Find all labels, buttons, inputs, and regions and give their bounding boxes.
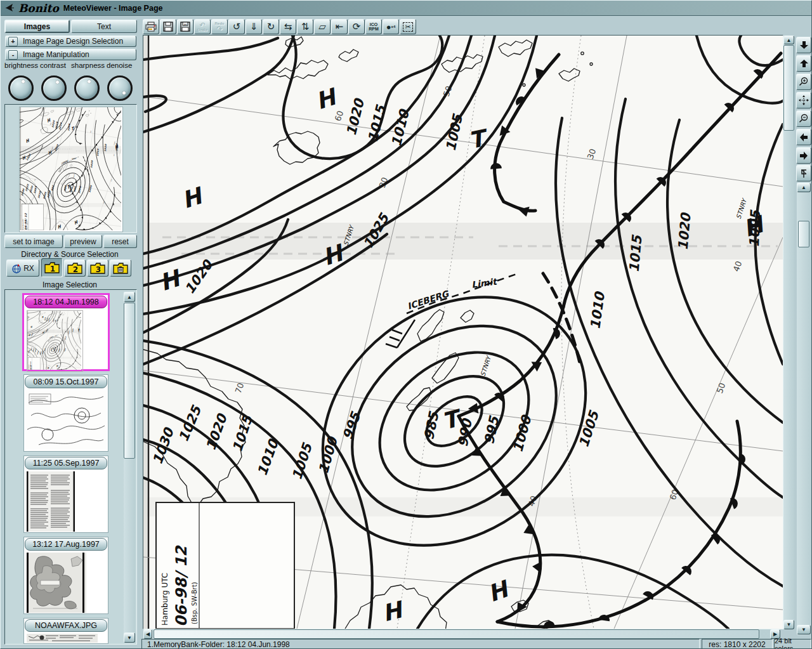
list-item-header[interactable]: NOAAWFAX.JPG [25,619,107,632]
map-vertical-scrollbar[interactable]: ▲ ▼ [783,36,794,629]
undo-button[interactable]: ↶ Undo [194,19,211,34]
svg-text:3: 3 [96,265,101,274]
list-item[interactable]: 08:09 15.Oct.1997 [23,374,108,452]
list-item-header[interactable]: 18:12 04.Jun.1998 [25,296,107,308]
globe-icon [11,263,22,273]
map-scroll-down-button[interactable]: ▼ [783,620,794,629]
list-thumbnail[interactable] [27,553,86,613]
up-arrow-icon: ▲ [801,185,806,190]
move-cross-icon [799,95,809,105]
slider-up-button[interactable]: ▲ [797,183,811,192]
pan-right-button[interactable] [796,147,811,164]
rotate-right-button[interactable]: ↻ [263,19,279,34]
denoise-label: denoise [107,62,132,69]
crop-button[interactable]: ✂ [400,19,416,34]
rotate-left-button[interactable]: ↺ [228,19,245,34]
save-as-button[interactable]: as [177,19,193,34]
pin-view-button[interactable] [796,165,811,181]
preview-thumbnail[interactable] [19,107,123,232]
list-scrollbar[interactable]: ▲ ▼ [124,292,135,643]
list-thumbnail[interactable] [27,310,83,372]
section-image-manipulation[interactable]: - Image Manipulation [5,49,136,60]
down-arrow-icon: ▼ [787,622,792,627]
slider-down-button[interactable]: ▼ [797,625,811,634]
list-item-label: 13:12 17.Aug.1997 [32,540,100,549]
list-item[interactable]: 18:12 04.Jun.1998 [22,293,110,371]
scissors-icon: ✂ [403,22,412,32]
tab-text[interactable]: Text [71,20,137,33]
slider-thumb[interactable] [798,221,809,247]
memorybank-3-button[interactable]: 3 [87,259,108,277]
flip-horizontal-button[interactable]: ⇆ [280,19,296,34]
zoom-out-icon [799,114,809,124]
zoom-out-button[interactable] [796,110,811,127]
list-scrollbar-thumb[interactable] [124,303,135,459]
map-horizontal-scrollbar[interactable]: ◀ ▶ [143,629,781,639]
status-resolution: res: 1810 x 2202 [702,639,773,649]
knob-indicator [88,80,91,83]
redo-button[interactable]: Redo ↷ [211,19,228,34]
zoom-in-button[interactable] [796,74,811,90]
pan-down-button[interactable] [796,37,811,53]
folder-1-icon: 1 [44,261,60,274]
parallelogram-icon: ▱ [318,21,326,32]
denoise-knob[interactable] [107,75,133,101]
button-label: preview [70,237,96,246]
rotate-ccw-icon: ↺ [233,21,241,32]
list-scroll-down-button[interactable]: ▼ [124,633,135,643]
memorybank-1-button[interactable]: 1 [41,258,63,277]
list-scroll-up-button[interactable]: ▲ [124,292,135,302]
weather-chart-view[interactable]: 60 30 50 70 30 40 50 60 40 [143,35,783,629]
rx-button[interactable]: RX [6,259,39,277]
deskew-button[interactable]: ▱ [314,19,331,34]
pan-left-button[interactable] [796,129,811,145]
map-scroll-left-button[interactable]: ◀ [143,629,152,639]
list-item-header[interactable]: 08:09 15.Oct.1997 [25,376,107,388]
collapse-icon[interactable]: - [8,50,18,60]
list-item[interactable]: 11:25 05.Sep.1997 [23,456,108,533]
section-image-page-design[interactable]: + Image Page Design Selection [5,36,136,47]
flip-vertical-button[interactable]: ⇅ [297,19,313,34]
app-logo: Bonito [18,2,59,15]
tab-images[interactable]: Images [4,20,70,33]
expand-icon[interactable]: + [8,37,18,46]
save-button[interactable] [160,19,176,34]
list-item[interactable]: NOAAWFAX.JPG [23,618,108,644]
set-to-image-button[interactable]: set to image [4,235,63,248]
status-folder: 1.MemoryBank-Folder: 18:12 04.Jun.1998 [141,639,700,649]
sharpness-knob[interactable] [74,75,100,101]
list-item[interactable]: 13:12 17.Aug.1997 [23,537,108,614]
memorybank-2-button[interactable]: 2 [64,259,86,277]
folder-3-icon: 3 [90,262,105,275]
list-thumbnail[interactable] [27,634,98,643]
contrast-knob[interactable] [41,75,67,101]
list-item-header[interactable]: 13:12 17.Aug.1997 [25,538,107,551]
map-hscroll-thumb[interactable] [154,629,759,639]
knob-indicator [122,91,126,95]
pan-up-button[interactable] [796,55,811,72]
map-scroll-up-button[interactable]: ▲ [783,36,794,44]
free-rotate-button[interactable]: ⟳ [348,19,365,34]
list-item-header[interactable]: 11:25 05.Sep.1997 [25,457,107,469]
delete-folder-button[interactable] [110,259,131,277]
sharpness-label: sharpness [71,62,105,69]
zoom-x4-button[interactable]: ● x4 [383,19,399,34]
list-thumbnail[interactable] [27,471,75,532]
ico-rpm-button[interactable]: ICORPM [365,19,382,34]
preview-panel [4,104,137,233]
pan-tool-button[interactable] [796,92,811,108]
zoom-slider[interactable]: ▲ ▼ [797,183,811,635]
map-vscroll-thumb[interactable] [783,45,794,131]
preview-button[interactable]: preview [64,235,102,248]
mirror-axis-button[interactable]: ⇤ [331,19,348,34]
brightness-knob[interactable] [8,75,34,101]
weather-chart: 60 30 50 70 30 40 50 60 40 [143,36,783,629]
list-thumbnail[interactable] [26,390,107,449]
rotate-180-button[interactable]: ⇓ [246,19,262,34]
title-bar[interactable]: Bonito MeteoViewer - Image Page [1,1,812,16]
image-selection-header: Image Selection [1,280,139,289]
print-button[interactable] [143,19,159,34]
printer-icon [145,22,157,32]
contrast-label: contrast [40,62,66,69]
reset-button[interactable]: reset [103,235,137,248]
